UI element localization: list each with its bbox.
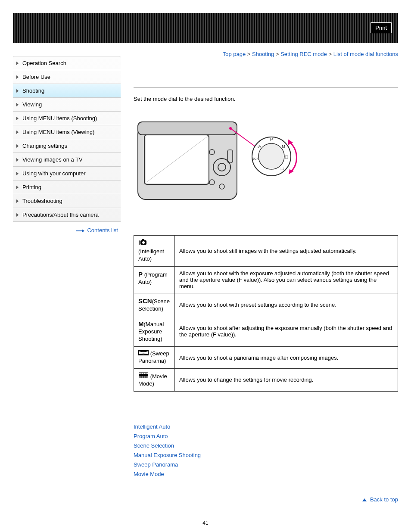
- table-row: (Movie Mode) Allows you to change the se…: [134, 368, 398, 391]
- mode-label: (Intelligent Auto): [138, 248, 164, 262]
- table-row: SCN(Scene Selection) Allows you to shoot…: [134, 293, 398, 316]
- nav-item-menu-shooting[interactable]: Using MENU items (Shooting): [13, 112, 121, 125]
- breadcrumb-top[interactable]: Top page: [223, 51, 246, 57]
- nav-item-operation-search[interactable]: Operation Search: [13, 56, 121, 70]
- link-intelligent-auto[interactable]: Intelligent Auto: [134, 422, 398, 432]
- back-to-top: Back to top: [134, 496, 398, 503]
- divider: [134, 409, 398, 409]
- svg-rect-24: [142, 239, 144, 241]
- modes-table: i (Intelligent Auto) Allows you to shoot…: [134, 235, 398, 392]
- nav-item-viewing-tv[interactable]: Viewing images on a TV: [13, 153, 121, 167]
- related-links: Intelligent Auto Program Auto Scene Sele…: [134, 422, 398, 479]
- nav-item-troubleshooting[interactable]: Troubleshooting: [13, 194, 121, 208]
- nav-item-changing-settings[interactable]: Changing settings: [13, 139, 121, 153]
- mode-desc: Allows you to shoot after adjusting the …: [175, 316, 398, 347]
- link-scene-selection[interactable]: Scene Selection: [134, 441, 398, 451]
- nav-item-precautions[interactable]: Precautions/About this camera: [13, 208, 121, 222]
- svg-point-25: [142, 241, 145, 244]
- mode-scene-selection: SCN(Scene Selection): [134, 293, 175, 316]
- nav-item-computer[interactable]: Using with your computer: [13, 167, 121, 180]
- table-row: (Sweep Panorama) Allows you to shoot a p…: [134, 347, 398, 369]
- nav-list: Operation Search Before Use Shooting Vie…: [13, 56, 121, 222]
- svg-text:☐: ☐: [285, 155, 288, 159]
- mode-label: (Program Auto): [138, 271, 168, 285]
- svg-text:SCN: SCN: [252, 157, 259, 161]
- svg-text:⬚: ⬚: [280, 166, 284, 170]
- contents-list-link[interactable]: Contents list: [87, 227, 118, 233]
- sidebar: Operation Search Before Use Shooting Vie…: [13, 43, 121, 503]
- mode-desc: Allows you to shoot a panorama image aft…: [175, 347, 398, 369]
- mode-desc: Allows you to shoot still images with th…: [175, 236, 398, 267]
- back-to-top-link[interactable]: Back to top: [370, 496, 398, 503]
- table-row: P (Program Auto) Allows you to shoot wit…: [134, 266, 398, 293]
- svg-text:iA: iA: [258, 144, 261, 149]
- svg-rect-1: [138, 122, 237, 135]
- mode-dial-intelligent-auto-icon: i: [138, 241, 148, 247]
- nav-item-viewing[interactable]: Viewing: [13, 98, 121, 112]
- mode-program-auto: P (Program Auto): [134, 266, 175, 293]
- nav-item-menu-viewing[interactable]: Using MENU items (Viewing): [13, 125, 121, 139]
- link-movie-mode[interactable]: Movie Mode: [134, 470, 398, 479]
- breadcrumb-rec-mode[interactable]: Setting REC mode: [280, 51, 327, 57]
- mode-dial-p-icon: P: [138, 271, 143, 278]
- mode-dial-m-icon: M: [138, 320, 144, 327]
- svg-text:i: i: [138, 239, 140, 246]
- contents-list-link-wrap: Contents list: [13, 222, 121, 233]
- svg-point-13: [258, 143, 284, 169]
- nav-item-shooting[interactable]: Shooting: [13, 84, 121, 98]
- svg-point-11: [229, 127, 232, 130]
- nav-item-before-use[interactable]: Before Use: [13, 70, 121, 84]
- mode-intelligent-auto: i (Intelligent Auto): [134, 236, 175, 267]
- intro-text: Set the mode dial to the desired functio…: [134, 96, 398, 102]
- header-bar: Print: [13, 13, 398, 43]
- breadcrumb: Top page > Shooting > Setting REC mode >…: [134, 51, 398, 57]
- arrow-right-icon: [76, 230, 84, 231]
- breadcrumb-current[interactable]: List of mode dial functions: [333, 51, 398, 57]
- triangle-up-icon: [362, 498, 367, 501]
- link-program-auto[interactable]: Program Auto: [134, 432, 398, 441]
- mode-desc: Allows you to shoot with the exposure ad…: [175, 266, 398, 293]
- print-button[interactable]: Print: [371, 22, 392, 33]
- mode-desc: Allows you to shoot with preset settings…: [175, 293, 398, 316]
- page-number: 41: [0, 520, 411, 532]
- mode-desc: Allows you to change the settings for mo…: [175, 368, 398, 391]
- nav-item-printing[interactable]: Printing: [13, 180, 121, 194]
- camera-illustration: P M ☐ ⬚ iA SCN: [134, 109, 297, 217]
- mode-manual-exposure: M(Manual Exposure Shooting): [134, 316, 175, 347]
- mode-dial-panorama-icon: [138, 350, 150, 357]
- table-row: M(Manual Exposure Shooting) Allows you t…: [134, 316, 398, 347]
- link-sweep-panorama[interactable]: Sweep Panorama: [134, 460, 398, 470]
- mode-dial-scn-icon: SCN: [138, 297, 152, 305]
- link-manual-exposure[interactable]: Manual Exposure Shooting: [134, 451, 398, 460]
- divider: [134, 87, 398, 88]
- svg-text:P: P: [270, 137, 273, 142]
- mode-movie: (Movie Mode): [134, 368, 175, 391]
- main-content: Top page > Shooting > Setting REC mode >…: [121, 43, 398, 503]
- mode-sweep-panorama: (Sweep Panorama): [134, 347, 175, 369]
- svg-text:M: M: [282, 144, 285, 149]
- breadcrumb-shooting[interactable]: Shooting: [252, 51, 274, 57]
- table-row: i (Intelligent Auto) Allows you to shoot…: [134, 236, 398, 267]
- mode-dial-movie-icon: [138, 373, 150, 380]
